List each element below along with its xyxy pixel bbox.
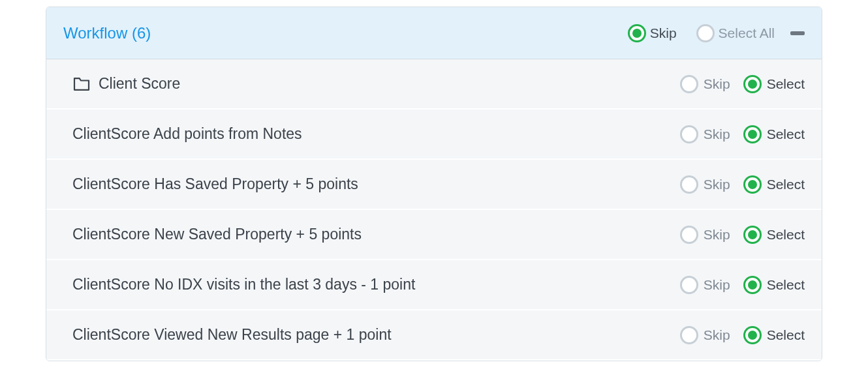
workflow-item: ClientScore New Saved Property + 5 point…	[46, 210, 822, 260]
item-select-label: Select	[767, 327, 805, 343]
header-skip-option[interactable]: Skip	[628, 24, 677, 42]
folder-icon	[72, 77, 91, 91]
item-select-label: Select	[767, 127, 805, 142]
workflow-item: ClientScore No IDX visits in the last 3 …	[46, 260, 822, 310]
radio-checked-icon	[743, 326, 762, 344]
radio-unchecked-icon	[680, 326, 698, 344]
workflow-item-name: ClientScore Has Saved Property + 5 point…	[72, 175, 358, 193]
item-skip-option[interactable]: Skip	[680, 75, 730, 93]
item-skip-label: Skip	[704, 327, 730, 343]
item-select-option[interactable]: Select	[743, 276, 805, 294]
item-select-label: Select	[767, 76, 805, 92]
collapse-icon[interactable]	[790, 31, 805, 35]
radio-checked-icon	[743, 175, 762, 194]
item-skip-option[interactable]: Skip	[680, 125, 730, 143]
item-select-label: Select	[767, 177, 805, 192]
item-skip-label: Skip	[704, 277, 730, 293]
item-select-label: Select	[767, 277, 805, 293]
workflow-item-left: ClientScore New Saved Property + 5 point…	[72, 226, 667, 243]
radio-checked-icon	[743, 226, 762, 244]
workflow-header: Workflow (6) Skip Select All	[46, 7, 822, 59]
workflow-item: ClientScore Add points from NotesSkipSel…	[46, 110, 822, 160]
workflow-items: Client ScoreSkipSelectClientScore Add po…	[46, 59, 822, 361]
workflow-item-name: ClientScore Viewed New Results page + 1 …	[72, 326, 392, 344]
workflow-item: Client ScoreSkipSelect	[46, 59, 822, 110]
item-select-label: Select	[767, 227, 805, 243]
workflow-item-name: ClientScore No IDX visits in the last 3 …	[72, 276, 415, 293]
radio-unchecked-icon	[680, 125, 698, 143]
workflow-item-name: Client Score	[99, 75, 180, 93]
radio-unchecked-icon	[680, 226, 698, 244]
item-select-option[interactable]: Select	[743, 226, 805, 244]
workflow-title: Workflow (6)	[63, 24, 608, 42]
item-skip-label: Skip	[704, 227, 730, 243]
workflow-item-name: ClientScore Add points from Notes	[72, 125, 302, 143]
header-select-all-option[interactable]: Select All	[696, 24, 775, 42]
radio-unchecked-icon	[680, 276, 698, 294]
item-select-option[interactable]: Select	[743, 75, 805, 93]
item-skip-option[interactable]: Skip	[680, 276, 730, 294]
radio-checked-icon	[743, 125, 762, 143]
radio-checked-icon	[743, 75, 762, 93]
header-select-all-label: Select All	[719, 25, 775, 41]
header-skip-label: Skip	[650, 25, 677, 41]
workflow-item-left: Client Score	[72, 75, 667, 93]
workflow-item: ClientScore Viewed New Results page + 1 …	[46, 310, 822, 361]
workflow-item-left: ClientScore Add points from Notes	[72, 125, 667, 143]
workflow-panel: Workflow (6) Skip Select All Client Scor…	[46, 7, 822, 361]
item-select-option[interactable]: Select	[743, 125, 805, 143]
item-skip-option[interactable]: Skip	[680, 326, 730, 344]
item-select-option[interactable]: Select	[743, 326, 805, 344]
radio-checked-icon	[743, 276, 762, 294]
workflow-item-name: ClientScore New Saved Property + 5 point…	[72, 226, 362, 243]
item-skip-label: Skip	[704, 127, 730, 142]
workflow-item: ClientScore Has Saved Property + 5 point…	[46, 160, 822, 210]
workflow-item-left: ClientScore Has Saved Property + 5 point…	[72, 175, 667, 193]
radio-checked-icon	[628, 24, 646, 42]
item-select-option[interactable]: Select	[743, 175, 805, 194]
item-skip-option[interactable]: Skip	[680, 175, 730, 194]
radio-unchecked-icon	[696, 24, 715, 42]
item-skip-option[interactable]: Skip	[680, 226, 730, 244]
workflow-item-left: ClientScore No IDX visits in the last 3 …	[72, 276, 667, 293]
radio-unchecked-icon	[680, 175, 698, 194]
item-skip-label: Skip	[704, 76, 730, 92]
item-skip-label: Skip	[704, 177, 730, 192]
workflow-item-left: ClientScore Viewed New Results page + 1 …	[72, 326, 667, 344]
radio-unchecked-icon	[680, 75, 698, 93]
